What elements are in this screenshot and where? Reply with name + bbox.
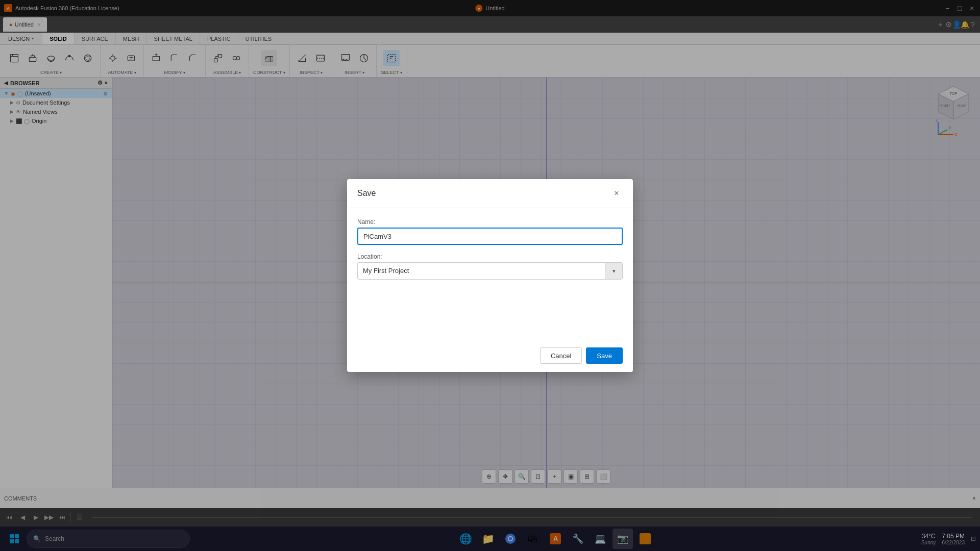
location-select-wrapper: My First Project ▾ xyxy=(357,262,623,280)
dialog-header: Save × xyxy=(347,179,633,208)
dialog-body: Name: Location: My First Project ▾ xyxy=(347,208,633,298)
dialog-title: Save xyxy=(357,189,376,198)
save-dialog: Save × Name: Location: My First Project … xyxy=(347,179,633,372)
location-field: Location: My First Project ▾ xyxy=(357,253,623,280)
save-dialog-overlay: Save × Name: Location: My First Project … xyxy=(0,0,980,551)
location-label: Location: xyxy=(357,253,623,260)
dialog-close-button[interactable]: × xyxy=(610,187,623,199)
name-label: Name: xyxy=(357,218,623,226)
dialog-footer: Cancel Save xyxy=(347,339,633,372)
location-value: My First Project xyxy=(358,262,605,280)
name-input[interactable] xyxy=(357,228,623,245)
save-button[interactable]: Save xyxy=(586,347,623,364)
location-dropdown-button[interactable]: ▾ xyxy=(605,262,622,280)
name-field: Name: xyxy=(357,218,623,245)
cancel-button[interactable]: Cancel xyxy=(540,347,582,364)
